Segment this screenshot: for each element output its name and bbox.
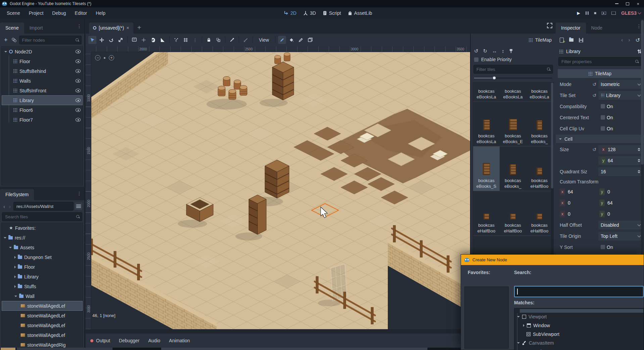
ct-y2-field[interactable]: y 0	[599, 211, 636, 217]
compatibility-checkbox[interactable]: On	[598, 102, 643, 111]
bucket-fill-tool[interactable]	[287, 36, 295, 44]
grid-snap-toggle[interactable]	[182, 36, 190, 44]
select-tool[interactable]	[88, 36, 96, 44]
tree-row-library[interactable]: Library	[2, 95, 83, 105]
move-tool[interactable]	[98, 36, 106, 44]
revert-icon[interactable]: ↺	[592, 82, 596, 87]
tile-item[interactable]: bookcas eBooksLa	[526, 83, 553, 101]
match-viewport[interactable]: Viewport	[517, 313, 547, 321]
search-files-input[interactable]	[2, 212, 82, 221]
move-pivot-tool[interactable]	[140, 36, 148, 44]
size-y-spinner[interactable]: y 64	[598, 156, 643, 165]
tile-size-slider[interactable]	[474, 76, 552, 80]
quadrant-size-spinner[interactable]: 16	[598, 167, 643, 176]
fs-row-dungeon-set[interactable]: Dungeon Set	[2, 252, 83, 262]
fs-row-library[interactable]: Library	[2, 272, 83, 281]
filter-tiles-input[interactable]	[473, 65, 553, 74]
tile-item-selected[interactable]: bookcas eBooks_S	[473, 146, 500, 191]
chevron-right-icon[interactable]	[14, 285, 16, 288]
scene-tab-unsaved[interactable]: [unsaved](*) ×	[89, 23, 133, 34]
visibility-icon[interactable]	[76, 89, 81, 92]
2d-canvas[interactable]: 2000 2500 3000 3500 1000 1500 2000 2500 …	[86, 46, 470, 329]
picker-tool[interactable]	[297, 36, 305, 44]
ct-x1-field[interactable]: x 0	[560, 200, 597, 206]
smart-snap-toggle[interactable]	[172, 36, 180, 44]
spinner-arrows[interactable]	[638, 148, 640, 151]
tree-row-stuffsbehind[interactable]: StuffsBehind	[2, 66, 83, 76]
visibility-icon[interactable]	[76, 50, 81, 53]
size-x-spinner[interactable]: x 128	[598, 145, 643, 154]
mode-dropdown[interactable]: Isometric	[598, 80, 643, 89]
y-sort-checkbox[interactable]: On	[598, 243, 643, 252]
close-button[interactable]: ×	[637, 1, 639, 6]
chevron-right-icon[interactable]	[523, 324, 524, 327]
tile-origin-dropdown[interactable]: Top Left	[598, 232, 643, 240]
filter-properties-input[interactable]	[558, 57, 641, 66]
play-custom-scene-button[interactable]	[611, 11, 616, 15]
menu-help[interactable]: Help	[92, 9, 109, 17]
fs-row-stonewall-4[interactable]: stoneWallAgedLef	[2, 330, 83, 340]
cell-clip-uv-checkbox[interactable]: On	[598, 124, 643, 133]
match-subviewport[interactable]: SubViewport	[526, 330, 559, 338]
display-mode-icon[interactable]	[75, 203, 82, 210]
expand-viewport-icon[interactable]	[547, 23, 552, 28]
favorites-list[interactable]	[464, 287, 509, 349]
fs-row-stonewall-2[interactable]: stoneWallAgedLef	[2, 311, 83, 320]
scale-tool[interactable]	[117, 36, 125, 44]
chevron-down-icon[interactable]	[517, 316, 520, 317]
group-button[interactable]	[214, 36, 222, 44]
revert-icon[interactable]: ↺	[592, 147, 596, 152]
menu-debug[interactable]: Debug	[49, 9, 69, 17]
tab-import[interactable]: Import	[24, 23, 48, 34]
visibility-icon[interactable]	[76, 98, 81, 102]
current-path[interactable]: res://Assets/Wall/st	[13, 202, 74, 211]
ct-y0-field[interactable]: y 0	[599, 188, 636, 195]
nav-forward-icon[interactable]: ›	[8, 204, 12, 209]
history-back-icon[interactable]: ‹	[621, 37, 623, 43]
visibility-icon[interactable]	[76, 108, 81, 112]
ruler-tool[interactable]	[158, 36, 167, 44]
tab-scene[interactable]: Scene	[0, 23, 24, 34]
menu-editor[interactable]: Editor	[72, 9, 91, 17]
tree-row-floor6[interactable]: Floor6	[2, 105, 83, 115]
menu-project[interactable]: Project	[26, 9, 47, 17]
rotate-tool[interactable]	[107, 36, 115, 44]
filesystem-menu-icon[interactable]: ⋮	[77, 191, 82, 196]
tree-row-walls[interactable]: Walls	[2, 76, 83, 86]
region-select-tool[interactable]	[306, 36, 314, 44]
match-node2d[interactable]: Node2D	[523, 348, 550, 350]
half-offset-dropdown[interactable]: Disabled	[598, 221, 643, 229]
lock-button[interactable]	[205, 36, 213, 44]
visibility-icon[interactable]	[76, 59, 81, 63]
minimize-button[interactable]	[615, 3, 618, 4]
chevron-down-icon[interactable]	[9, 247, 12, 248]
enable-priority-checkbox[interactable]: Enable Priority	[471, 55, 556, 64]
dialog-titlebar[interactable]: Create New Node	[461, 255, 644, 265]
centered-text-checkbox[interactable]: On	[598, 113, 643, 122]
chevron-right-icon[interactable]	[14, 266, 16, 268]
clear-transform-icon[interactable]	[509, 49, 513, 53]
load-resource-icon[interactable]	[569, 38, 573, 42]
visibility-icon[interactable]	[76, 118, 81, 122]
slider-handle[interactable]	[492, 76, 496, 80]
view-menu[interactable]: View	[256, 36, 272, 44]
chevron-down-icon[interactable]	[517, 342, 520, 344]
list-select-tool[interactable]	[130, 36, 138, 44]
filter-nodes-input[interactable]	[19, 36, 82, 44]
tab-output[interactable]: Output	[96, 338, 110, 343]
tab-audio[interactable]: Audio	[148, 338, 160, 343]
snap-options-icon[interactable]: ⋮	[191, 36, 199, 44]
workspace-script[interactable]: Script	[323, 10, 341, 16]
match-canvasitem[interactable]: CanvasItem	[517, 339, 554, 347]
fs-row-stuffs[interactable]: Stuffs	[2, 281, 83, 291]
fs-row-assets[interactable]: Assets	[2, 243, 83, 252]
fs-row-stonewall-3[interactable]: stoneWallAgedLef	[2, 320, 83, 330]
fs-row-wall[interactable]: Wall	[2, 291, 83, 301]
spinner-arrows[interactable]	[638, 170, 640, 173]
menu-scene[interactable]: Scene	[3, 9, 24, 17]
close-tab-icon[interactable]: ×	[126, 25, 129, 31]
flip-vertical-icon[interactable]: ↕	[502, 48, 504, 53]
nav-back-icon[interactable]: ‹	[2, 204, 6, 209]
revert-icon[interactable]: ↺	[592, 93, 596, 98]
instance-scene-icon[interactable]	[12, 38, 16, 42]
